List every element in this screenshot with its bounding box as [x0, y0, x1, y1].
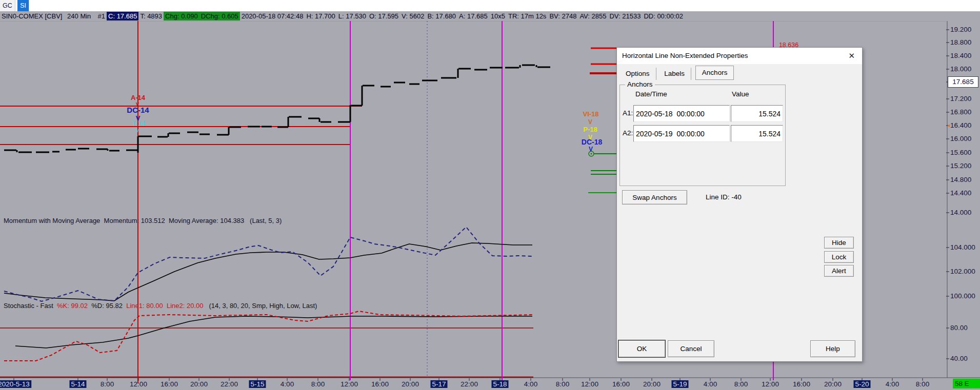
ok-button[interactable]: OK: [618, 340, 665, 357]
price-axis-label: 14.000: [950, 209, 971, 216]
title-segment: SIN0-COMEX [CBV]: [0, 12, 64, 20]
tab-gc[interactable]: GC: [0, 0, 15, 11]
price-axis-label: 18.400: [950, 52, 971, 59]
chart-annotation: V: [589, 146, 593, 152]
time-axis-label: 5-14: [69, 380, 86, 388]
price-axis-label: 15.600: [950, 149, 971, 156]
title-segment: DD: 00:00:02: [642, 12, 685, 20]
chart-title-bar: SIN0-COMEX [CBV] 240 Min #1C: 17.685T: 4…: [0, 11, 946, 21]
title-segment: V: 5602: [400, 12, 426, 20]
chart-annotation: DC-18: [582, 138, 602, 146]
anchor-a2-datetime-input[interactable]: [633, 125, 730, 142]
price-axis-label: 80.00: [950, 324, 968, 332]
anchors-group: Anchors Date/Time Value A1: A2:: [619, 85, 786, 186]
chart-annotation: v: [136, 128, 139, 133]
anchors-group-title: Anchors: [625, 80, 655, 88]
time-axis-label: 5-17: [430, 380, 447, 388]
title-segment: AV: 2855: [578, 12, 608, 20]
time-axis-label: 20:00: [642, 380, 662, 388]
time-axis-label: 22:00: [459, 380, 479, 388]
price-axis-label: 40.00: [950, 355, 968, 362]
title-segment: H: 17.700: [305, 12, 336, 20]
swap-anchors-button[interactable]: Swap Anchors: [622, 190, 687, 204]
title-segment: O: 17.595: [368, 12, 400, 20]
chart-annotation: VI-18: [583, 111, 598, 117]
price-axis-label: 102.000: [950, 268, 975, 275]
title-segment: Chg: 0.090: [164, 12, 199, 20]
anchor-a1-label: A1:: [623, 109, 633, 117]
time-axis-label: 8:00: [99, 380, 115, 388]
price-axis-label: 19.200: [950, 26, 971, 33]
tab-si[interactable]: SI: [17, 0, 29, 11]
stochastic-header-part: %K: 99.02: [57, 302, 91, 310]
time-axis[interactable]: 2020-5-135-148:0012:0016:0020:0022:005-1…: [0, 378, 980, 390]
last-price-box: 17.685: [948, 76, 978, 88]
time-axis-label: 8:00: [310, 380, 326, 388]
stochastic-panel-header: Stochastic - Fast %K: 99.02 %D: 95.82 Li…: [4, 302, 317, 310]
price-axis-label: 18.800: [950, 38, 971, 46]
dialog-tab-strip: Options Labels Anchors: [619, 67, 734, 80]
close-icon[interactable]: ✕: [848, 48, 855, 64]
hide-button[interactable]: Hide: [824, 237, 854, 249]
price-axis-label: 17.200: [950, 95, 971, 102]
time-axis-label: 8:00: [914, 380, 931, 388]
tab-anchors[interactable]: Anchors: [695, 66, 734, 80]
time-axis-label: 4:00: [884, 380, 901, 388]
time-axis-label: 2020-5-13: [0, 380, 31, 388]
time-axis-label: 8:00: [733, 380, 749, 388]
price-axis-label: 104.000: [950, 243, 975, 251]
time-axis-label: 12:00: [579, 380, 600, 388]
anchor-a1-datetime-input[interactable]: [633, 105, 730, 122]
price-axis-label: 100.000: [950, 292, 975, 300]
stochastic-header-part: Line2: 20.00: [167, 302, 204, 310]
time-axis-label: 5-15: [249, 380, 266, 388]
price-axis-label: 14.400: [950, 189, 971, 197]
price-axis-label: 14.800: [950, 176, 971, 183]
time-axis-label: 4:00: [702, 380, 718, 388]
time-axis-label: 12:00: [339, 380, 359, 388]
cancel-button[interactable]: Cancel: [668, 340, 714, 357]
time-axis-label: 16:00: [370, 380, 390, 388]
title-segment: 2020-05-18 07:42:48: [240, 12, 305, 20]
instrument-tab-bar: GC SI: [0, 0, 980, 11]
line-id-text: Line ID: -40: [706, 193, 742, 201]
dialog-title-bar[interactable]: Horizontal Line Non-Extended Properties …: [617, 48, 862, 64]
time-axis-label: 4:00: [279, 380, 295, 388]
dialog-title: Horizontal Line Non-Extended Properties: [622, 48, 748, 64]
anchor-a2-value-input[interactable]: [731, 125, 783, 142]
time-axis-label: 20:00: [400, 380, 421, 388]
title-segment: B: 17.680: [426, 12, 457, 20]
column-header-value: Value: [732, 90, 749, 98]
time-axis-label: 22:00: [219, 380, 239, 388]
title-segment: C: 17.685: [107, 12, 138, 20]
stochastic-header-part: Line1: 80.00: [126, 302, 167, 310]
time-axis-label: 12:00: [760, 380, 781, 388]
tab-options[interactable]: Options: [619, 68, 656, 80]
title-segment: T: 4893: [138, 12, 164, 20]
time-axis-label: 20:00: [823, 380, 843, 388]
time-axis-label: 16:00: [611, 380, 631, 388]
title-segment: BV: 2748: [548, 12, 578, 20]
time-axis-label: 20:00: [189, 380, 209, 388]
price-axis-label: 16.000: [950, 135, 971, 142]
price-axis-label: 16.400: [950, 121, 971, 129]
title-segment: #1: [94, 12, 107, 20]
anchor-a1-value-input[interactable]: [731, 105, 783, 122]
time-axis-label: 5-18: [491, 380, 508, 388]
alert-button[interactable]: Alert: [824, 265, 854, 277]
chart-annotation: P-18: [583, 126, 597, 133]
title-segment: 240 Min: [64, 12, 94, 20]
help-button[interactable]: Help: [810, 340, 855, 357]
momentum-panel-header: Momentum with Moving Average Momentum: 1…: [4, 217, 282, 224]
price-axis[interactable]: 19.20018.80018.40018.00017.20016.80016.4…: [946, 21, 980, 378]
column-header-datetime: Date/Time: [635, 90, 667, 98]
anchor-a2-label: A2:: [623, 129, 633, 137]
time-axis-label: 5-19: [671, 380, 688, 388]
tab-labels[interactable]: Labels: [658, 68, 691, 80]
title-segment: 10x5: [489, 12, 507, 20]
lock-button[interactable]: Lock: [824, 251, 854, 263]
properties-dialog: Horizontal Line Non-Extended Properties …: [616, 47, 863, 362]
chart-annotation: V: [588, 119, 592, 125]
time-axis-label: 8:00: [554, 380, 571, 388]
stochastic-header-part: (14, 3, 80, 20, Smp, High, Low, Last): [204, 302, 317, 310]
